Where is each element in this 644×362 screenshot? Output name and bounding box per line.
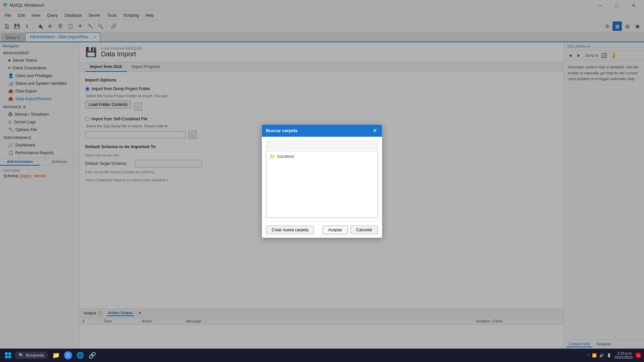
dialog-title: Buscar carpeta (266, 128, 298, 133)
buscar-carpeta-dialog: Buscar carpeta ✕ 📁 Escritorio Crear nuev… (262, 124, 382, 238)
taskbar-search[interactable]: 🔍 Búsqueda (15, 352, 48, 359)
tray-battery: 🔋 (607, 353, 611, 358)
browser2-icon: 🌐 (76, 352, 84, 359)
taskbar: 🔍 Búsqueda 📁 C 🌐 🔗 ^ 📶 🔊 🔋 2:19 p.m. 16/… (0, 349, 644, 362)
tray-time: 2:19 p.m. 16/02/2023 (614, 351, 633, 359)
browser1-icon: C (64, 351, 72, 359)
notification-badge[interactable]: 21 (635, 352, 641, 358)
aceptar-button[interactable]: Aceptar (323, 226, 348, 234)
svg-rect-0 (5, 352, 8, 355)
tray-clock: 2:19 p.m. (614, 351, 633, 355)
dialog-footer: Crear nueva carpeta Aceptar Cancelar (262, 222, 382, 238)
crear-carpeta-button[interactable]: Crear nueva carpeta (266, 226, 314, 234)
search-label: Búsqueda (26, 353, 44, 358)
tray-network: 📶 (592, 353, 597, 358)
dialog-close-button[interactable]: ✕ (371, 127, 378, 134)
tray-expand[interactable]: ^ (588, 353, 589, 357)
taskbar-tray: ^ 📶 🔊 🔋 2:19 p.m. 16/02/2023 21 (588, 351, 641, 359)
tray-date: 16/02/2023 (614, 355, 633, 359)
dialog-titlebar: Buscar carpeta ✕ (262, 125, 382, 137)
tray-volume: 🔊 (599, 353, 604, 358)
folder-tree[interactable]: 📁 Escritorio (266, 151, 378, 218)
taskbar-app-tool[interactable]: 🔗 (87, 350, 98, 361)
windows-logo (5, 352, 11, 359)
tool-icon: 🔗 (89, 352, 96, 359)
taskbar-app-browser1[interactable]: C (63, 350, 73, 361)
taskbar-app-files[interactable]: 📁 (51, 350, 61, 361)
folder-icon: 📁 (270, 154, 275, 159)
dialog-body: 📁 Escritorio (262, 137, 382, 222)
svg-rect-2 (5, 356, 8, 358)
cancelar-button[interactable]: Cancelar (351, 226, 378, 234)
start-button[interactable] (3, 350, 13, 361)
folder-item-escritorio[interactable]: 📁 Escritorio (268, 153, 376, 161)
dialog-overlay: Buscar carpeta ✕ 📁 Escritorio Crear nuev… (0, 0, 644, 362)
svg-rect-3 (8, 356, 11, 358)
svg-rect-1 (8, 352, 11, 355)
dialog-address-bar (266, 141, 378, 149)
taskbar-apps: 📁 C 🌐 🔗 (51, 350, 98, 361)
folder-item-label: Escritorio (277, 154, 294, 159)
search-icon: 🔍 (19, 353, 24, 358)
files-icon: 📁 (52, 352, 60, 359)
taskbar-app-browser2[interactable]: 🌐 (75, 350, 86, 361)
